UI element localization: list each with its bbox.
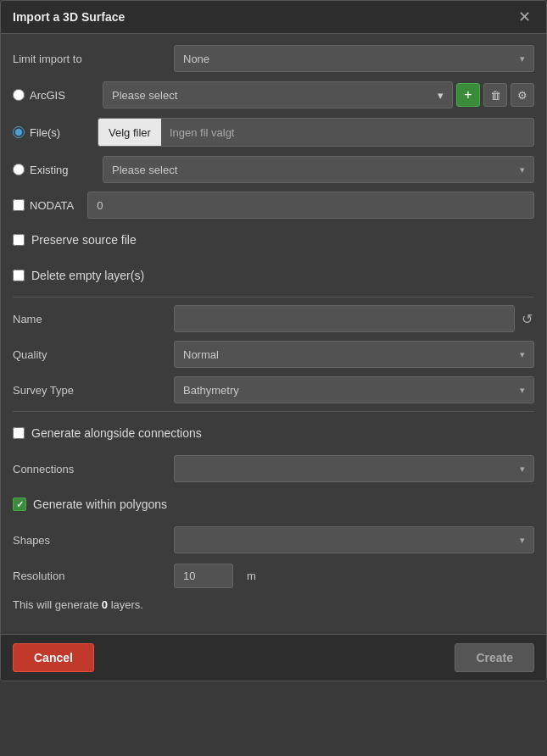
existing-placeholder: Please select [112,164,177,176]
title-bar: Import a 3D Surface ✕ [1,1,546,34]
info-row: This will generate 0 layers. [13,597,534,614]
arcgis-select[interactable]: Please select ▾ [103,81,453,108]
nodata-label-text: NODATA [30,199,74,212]
survey-type-label: Survey Type [13,384,174,397]
arcgis-delete-button[interactable]: 🗑 [483,83,507,107]
resolution-row: Resolution 10 m [13,561,534,590]
quality-row: Quality Normal ▾ [13,340,534,369]
files-radio[interactable] [13,126,25,138]
limit-import-select[interactable]: None ▾ [174,45,534,72]
divider-2 [13,411,534,412]
connections-control: ▾ [174,455,534,482]
generate-within-label[interactable]: ✓ Generate within polygons [13,498,167,511]
create-button[interactable]: Create [455,643,534,672]
connections-row: Connections ▾ [13,454,534,483]
survey-type-control: Bathymetry ▾ [174,376,534,403]
connections-select[interactable]: ▾ [174,455,534,482]
existing-select-wrap: Please select ▾ [103,156,534,183]
arcgis-placeholder: Please select [112,89,177,102]
name-label: Name [13,313,174,325]
nodata-label-wrap: NODATA [13,199,74,212]
files-control: Velg filer Ingen fil valgt [98,118,534,147]
survey-type-chevron: ▾ [520,385,525,396]
shapes-row: Shapes ▾ [13,525,534,554]
generate-alongside-checkbox[interactable] [13,427,25,439]
dialog-content: Limit import to None ▾ ArcGIS Please sel… [1,34,546,634]
quality-label: Quality [13,348,174,361]
resolution-input[interactable]: 10 [174,564,233,588]
nodata-value: 0 [87,192,534,219]
quality-control: Normal ▾ [174,341,534,368]
name-input-wrap: ↺ [174,305,534,332]
generate-within-label-text: Generate within polygons [33,498,167,511]
quality-chevron: ▾ [520,349,525,360]
delete-empty-row: Delete empty layer(s) [13,261,534,290]
quality-value: Normal [183,348,219,361]
arcgis-settings-button[interactable]: ⚙ [511,83,534,107]
connections-chevron: ▾ [520,464,525,475]
existing-radio-label[interactable]: Existing [13,164,98,176]
generate-alongside-row: Generate alongside connections [13,419,534,447]
nodata-checkbox[interactable] [13,199,25,211]
generate-within-checkbox[interactable]: ✓ [13,498,26,511]
dialog-footer: Cancel Create [1,634,546,681]
delete-empty-checkbox[interactable] [13,270,25,281]
import-dialog: Import a 3D Surface ✕ Limit import to No… [0,0,547,681]
survey-type-select[interactable]: Bathymetry ▾ [174,376,534,403]
arcgis-radio[interactable] [13,89,25,101]
file-name: Ingen fil valgt [161,126,243,139]
existing-chevron: ▾ [520,164,525,175]
existing-radio[interactable] [13,164,25,175]
connections-label: Connections [13,463,174,475]
name-input[interactable] [174,305,515,332]
shapes-control: ▾ [174,526,534,553]
info-prefix: This will generate [13,598,102,611]
dialog-title: Import a 3D Surface [13,10,125,24]
resolution-unit: m [247,570,256,582]
preserve-row: Preserve source file [13,225,534,254]
arcgis-row: ArcGIS Please select ▾ + 🗑 ⚙ [13,80,534,110]
shapes-select[interactable]: ▾ [174,526,534,553]
nodata-row: NODATA 0 [13,192,534,219]
generate-alongside-label[interactable]: Generate alongside connections [13,426,202,440]
divider-1 [13,297,534,297]
arcgis-add-button[interactable]: + [456,83,480,107]
limit-import-control: None ▾ [174,45,534,72]
survey-type-row: Survey Type Bathymetry ▾ [13,375,534,404]
shapes-chevron: ▾ [520,535,525,546]
arcgis-chevron: ▾ [438,89,444,102]
choose-files-button[interactable]: Velg filer [98,119,161,146]
delete-empty-label-text: Delete empty layer(s) [31,269,144,282]
files-radio-label[interactable]: File(s) [13,126,98,139]
generate-alongside-label-text: Generate alongside connections [31,426,202,440]
cancel-button[interactable]: Cancel [13,643,94,672]
existing-select[interactable]: Please select ▾ [103,156,534,183]
resolution-label: Resolution [13,570,174,582]
generate-within-row: ✓ Generate within polygons [13,490,534,519]
name-reset-button[interactable]: ↺ [520,311,534,327]
limit-import-chevron: ▾ [520,53,525,64]
info-suffix: layers. [108,598,143,611]
resolution-control: 10 m [174,564,256,588]
check-icon: ✓ [16,499,24,510]
limit-import-row: Limit import to None ▾ [13,44,534,73]
limit-import-label: Limit import to [13,53,174,65]
files-label-text: File(s) [30,126,60,139]
preserve-label[interactable]: Preserve source file [13,233,137,247]
limit-import-value: None [183,53,209,65]
preserve-checkbox[interactable] [13,234,25,246]
name-row: Name ↺ [13,304,534,333]
delete-empty-label[interactable]: Delete empty layer(s) [13,269,144,282]
info-count: 0 [102,598,108,611]
close-button[interactable]: ✕ [515,9,534,25]
preserve-label-text: Preserve source file [31,233,137,247]
survey-type-value: Bathymetry [183,384,239,397]
arcgis-controls: Please select ▾ + 🗑 ⚙ [103,81,534,108]
quality-select[interactable]: Normal ▾ [174,341,534,368]
existing-row: Existing Please select ▾ [13,154,534,185]
arcgis-radio-label[interactable]: ArcGIS [13,89,98,102]
shapes-label: Shapes [13,534,174,547]
arcgis-label: ArcGIS [30,89,65,102]
files-row: File(s) Velg filer Ingen fil valgt [13,117,534,147]
existing-label-text: Existing [30,164,69,176]
